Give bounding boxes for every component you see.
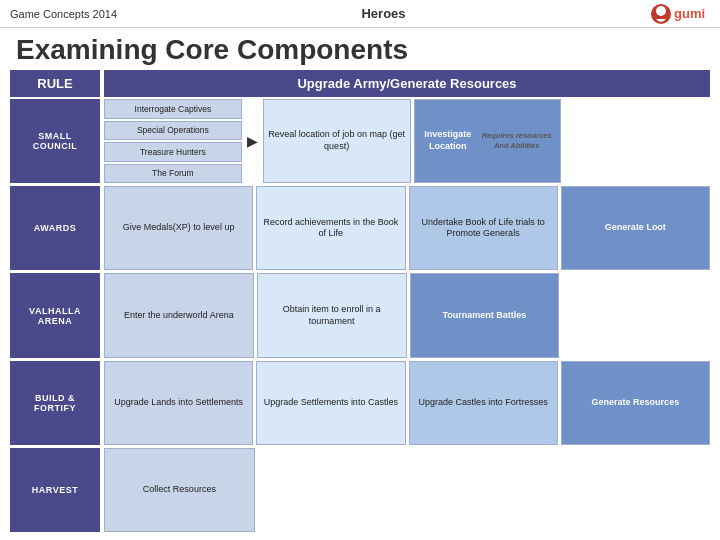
row3-cell-upgrade-lands: Upgrade Lands into Settlements bbox=[104, 361, 253, 445]
row0-cell-investigate: Investigate LocationRequires resources A… bbox=[414, 99, 562, 183]
grid-row-0: Interrogate Captives Special Operations … bbox=[104, 99, 710, 183]
row0-arrow: ▶ bbox=[245, 99, 260, 183]
header: Game Concepts 2014 Heroes gumi bbox=[0, 0, 720, 28]
row2-cell-tournament: Tournament Battles bbox=[410, 273, 560, 357]
rule-label: RULE bbox=[10, 70, 100, 97]
header-game-concepts: Game Concepts 2014 bbox=[10, 8, 117, 20]
row1-cell-undertake: Undertake Book of Life trials to Promote… bbox=[409, 186, 558, 270]
row0-cell-interrogate: Interrogate Captives bbox=[104, 99, 242, 119]
content-area: RULE Upgrade Army/Generate Resources SMA… bbox=[0, 70, 720, 536]
row4-cell-collect: Collect Resources bbox=[104, 448, 255, 532]
row-label-3: BUILD &FORTIFY bbox=[10, 361, 100, 445]
row0-cell-empty bbox=[564, 99, 710, 183]
rule-header-row: RULE Upgrade Army/Generate Resources bbox=[10, 70, 710, 97]
row3-cell-upgrade-castles: Upgrade Castles into Fortresses bbox=[409, 361, 558, 445]
row1-cell-loot: Generate Loot bbox=[561, 186, 710, 270]
row4-cell-empty3 bbox=[561, 448, 710, 532]
grid-rows: Interrogate Captives Special Operations … bbox=[104, 99, 710, 532]
grid-row-3: Upgrade Lands into Settlements Upgrade S… bbox=[104, 361, 710, 445]
row0-cell-reveal: Reveal location of job on map (get quest… bbox=[263, 99, 411, 183]
row-labels-col: SMALLCOUNCIL AWARDS VALHALLAARENA BUILD … bbox=[10, 99, 100, 532]
upgrade-header: Upgrade Army/Generate Resources bbox=[104, 70, 710, 97]
row3-cell-gen-resources: Generate Resources bbox=[561, 361, 710, 445]
grid-row-4: Collect Resources bbox=[104, 448, 710, 532]
row2-cell-empty bbox=[562, 273, 710, 357]
row0-left-stack: Interrogate Captives Special Operations … bbox=[104, 99, 242, 183]
header-logo: gumi bbox=[650, 3, 710, 25]
row-label-1: AWARDS bbox=[10, 186, 100, 270]
row0-cell-forum: The Forum bbox=[104, 164, 242, 184]
row2-cell-underworld: Enter the underworld Arena bbox=[104, 273, 254, 357]
row2-cell-obtain: Obtain item to enroll in a tournament bbox=[257, 273, 407, 357]
header-title: Heroes bbox=[361, 6, 405, 21]
main-title: Examining Core Components bbox=[0, 28, 720, 70]
grid-area: SMALLCOUNCIL AWARDS VALHALLAARENA BUILD … bbox=[10, 99, 710, 532]
row1-cell-medals: Give Medals(XP) to level up bbox=[104, 186, 253, 270]
row4-cell-empty2 bbox=[410, 448, 559, 532]
row-label-0: SMALLCOUNCIL bbox=[10, 99, 100, 183]
row0-cell-special: Special Operations bbox=[104, 121, 242, 141]
row4-cell-empty1 bbox=[258, 448, 407, 532]
row-label-2: VALHALLAARENA bbox=[10, 273, 100, 357]
svg-point-1 bbox=[656, 6, 666, 16]
row1-cell-record: Record achievements in the Book of Life bbox=[256, 186, 405, 270]
row3-cell-upgrade-settlements: Upgrade Settlements into Castles bbox=[256, 361, 405, 445]
row0-cell-treasure: Treasure Hunters bbox=[104, 142, 242, 162]
svg-text:gumi: gumi bbox=[674, 6, 705, 21]
grid-row-1: Give Medals(XP) to level up Record achie… bbox=[104, 186, 710, 270]
grid-row-2: Enter the underworld Arena Obtain item t… bbox=[104, 273, 710, 357]
row-label-4: HARVEST bbox=[10, 448, 100, 532]
